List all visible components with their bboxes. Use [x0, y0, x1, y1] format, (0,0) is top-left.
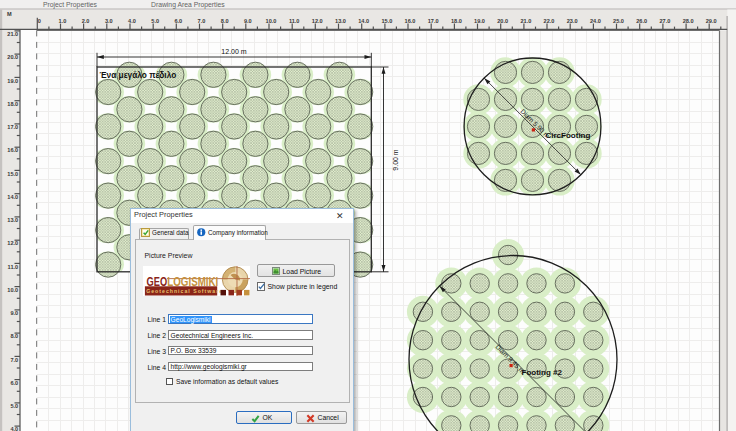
svg-text:13.0: 13.0	[335, 18, 346, 24]
svg-text:20.0: 20.0	[7, 54, 18, 60]
svg-text:26.0: 26.0	[636, 18, 647, 24]
svg-text:18.0: 18.0	[7, 101, 18, 107]
svg-text:12.0: 12.0	[312, 18, 323, 24]
svg-text:2.0: 2.0	[82, 18, 90, 24]
svg-text:14.0: 14.0	[7, 194, 18, 200]
svg-text:4.0: 4.0	[10, 426, 18, 431]
svg-text:28.0: 28.0	[683, 18, 694, 24]
svg-text:4.0: 4.0	[128, 18, 136, 24]
svg-text:Project Properties: Project Properties	[43, 1, 98, 9]
svg-text:9.0: 9.0	[10, 310, 18, 316]
svg-text:24.0: 24.0	[590, 18, 601, 24]
svg-text:10.0: 10.0	[7, 287, 18, 293]
svg-text:12.00 m: 12.00 m	[221, 48, 246, 55]
svg-text:16.0: 16.0	[7, 147, 18, 153]
svg-text:16.0: 16.0	[405, 18, 416, 24]
svg-text:23.0: 23.0	[567, 18, 578, 24]
svg-text:22.0: 22.0	[544, 18, 555, 24]
svg-text:13.0: 13.0	[7, 217, 18, 223]
svg-text:14.0: 14.0	[358, 18, 369, 24]
svg-text:1.0: 1.0	[59, 18, 67, 24]
svg-text:Footing #2: Footing #2	[522, 368, 563, 377]
svg-text:6.0: 6.0	[10, 380, 18, 386]
svg-text:11.0: 11.0	[289, 18, 300, 24]
svg-text:17.0: 17.0	[428, 18, 439, 24]
svg-text:6.0: 6.0	[174, 18, 182, 24]
svg-text:8.0: 8.0	[221, 18, 229, 24]
svg-text:10.0: 10.0	[266, 18, 277, 24]
svg-text:CircFooting: CircFooting	[546, 131, 591, 140]
svg-text:15.0: 15.0	[381, 18, 392, 24]
svg-text:12.0: 12.0	[7, 240, 18, 246]
svg-text:17.0: 17.0	[7, 124, 18, 130]
svg-text:5.0: 5.0	[151, 18, 159, 24]
svg-text:21.0: 21.0	[520, 18, 531, 24]
svg-text:9.0: 9.0	[244, 18, 252, 24]
svg-text:Ένα μεγάλο πέδιλο: Ένα μεγάλο πέδιλο	[100, 70, 177, 80]
svg-text:19.0: 19.0	[474, 18, 485, 24]
svg-text:0: 0	[38, 18, 41, 24]
svg-text:3.0: 3.0	[105, 18, 113, 24]
svg-text:29.0: 29.0	[706, 18, 717, 24]
svg-text:M: M	[7, 11, 12, 17]
svg-text:25.0: 25.0	[613, 18, 624, 24]
svg-text:7.0: 7.0	[10, 357, 18, 363]
svg-text:Drawing Area Properties: Drawing Area Properties	[151, 1, 225, 9]
svg-text:8.0: 8.0	[10, 333, 18, 339]
svg-text:19.0: 19.0	[7, 78, 18, 84]
svg-text:9.00 m: 9.00 m	[392, 149, 399, 171]
svg-text:27.0: 27.0	[659, 18, 670, 24]
svg-text:15.0: 15.0	[7, 171, 18, 177]
svg-text:5.0: 5.0	[10, 403, 18, 409]
svg-text:21.0: 21.0	[7, 31, 18, 37]
svg-text:20.0: 20.0	[497, 18, 508, 24]
svg-text:11.0: 11.0	[8, 264, 19, 270]
svg-text:Geotechnical Software: Geotechnical Software	[146, 288, 223, 294]
svg-text:18.0: 18.0	[451, 18, 462, 24]
svg-text:7.0: 7.0	[198, 18, 206, 24]
